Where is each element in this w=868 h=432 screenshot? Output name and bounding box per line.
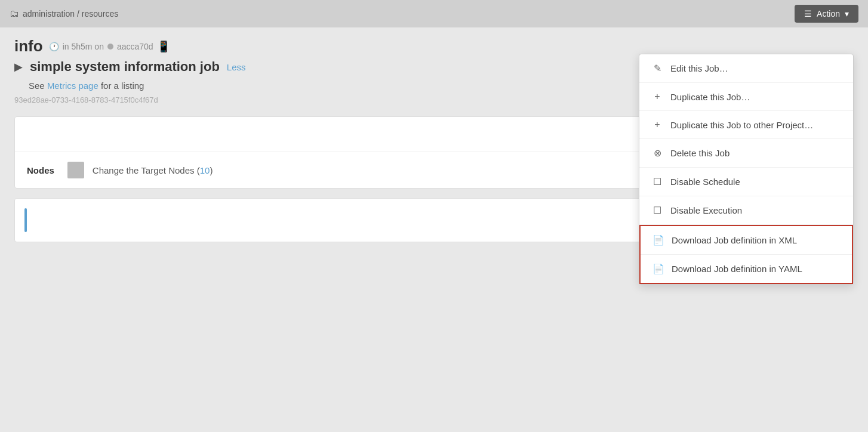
edit-icon: ✎: [651, 63, 663, 74]
main-content: info 🕐 in 5h5m on aacca70d 📱 ▶ simple sy…: [0, 27, 868, 252]
menu-item-delete-job[interactable]: ⊗ Delete this Job: [639, 139, 853, 168]
plus-icon-2: +: [651, 119, 663, 130]
info-meta: 🕐 in 5h5m on aacca70d 📱: [49, 40, 170, 53]
delete-job-label: Delete this Job: [670, 148, 730, 158]
breadcrumb: 🗂 administration / resources: [10, 8, 118, 19]
download-xml-label: Download Job definition in XML: [672, 235, 797, 245]
breadcrumb-text: administration / resources: [23, 9, 118, 18]
menu-item-download-yaml[interactable]: 📄 Download Job definition in YAML: [641, 255, 852, 283]
description-prefix: See: [29, 81, 45, 91]
mobile-icon: 📱: [157, 40, 170, 53]
menu-item-duplicate-other[interactable]: + Duplicate this Job to other Project…: [639, 111, 853, 139]
node-id: aacca70d: [117, 42, 153, 51]
change-nodes-text: Change the Target Nodes (10): [93, 165, 213, 175]
nodes-label: Nodes: [27, 165, 54, 175]
clock-icon: 🕐: [49, 42, 59, 51]
xml-file-icon: 📄: [652, 234, 664, 246]
change-nodes-prefix: Change the Target Nodes (: [93, 165, 200, 175]
menu-item-disable-execution[interactable]: ☐ Disable Execution: [639, 196, 853, 225]
plus-icon-1: +: [651, 91, 663, 102]
duplicate-job-label: Duplicate this Job…: [670, 92, 750, 102]
node-square-icon: [67, 162, 84, 178]
job-title: simple system information job: [30, 59, 220, 75]
red-bordered-group: 📄 Download Job definition in XML 📄 Downl…: [639, 225, 853, 284]
status-dot: [107, 44, 113, 50]
less-link[interactable]: Less: [227, 62, 246, 72]
menu-item-download-xml[interactable]: 📄 Download Job definition in XML: [641, 226, 852, 255]
dropdown-menu: ✎ Edit this Job… + Duplicate this Job… +…: [639, 54, 854, 285]
execution-icon: ☐: [651, 205, 663, 216]
list-icon: ☰: [804, 9, 812, 18]
duplicate-other-label: Duplicate this Job to other Project…: [670, 120, 813, 130]
action-button-label: Action: [817, 9, 840, 18]
download-yaml-label: Download Job definition in YAML: [672, 264, 802, 274]
disable-execution-label: Disable Execution: [670, 205, 742, 215]
nodes-count[interactable]: 10: [200, 165, 210, 175]
description-suffix: for a listing: [101, 81, 144, 91]
header-bar: 🗂 administration / resources ☰ Action ▾: [0, 0, 868, 27]
chevron-down-icon: ▾: [845, 9, 849, 18]
info-header-row: info 🕐 in 5h5m on aacca70d 📱: [14, 37, 854, 55]
info-title: info: [14, 37, 43, 55]
delete-icon: ⊗: [651, 147, 663, 159]
folder-icon: 🗂: [10, 8, 19, 19]
schedule-icon: ☐: [651, 176, 663, 187]
triangle-icon: ▶: [14, 60, 23, 73]
action-button[interactable]: ☰ Action ▾: [795, 5, 858, 23]
edit-job-label: Edit this Job…: [670, 63, 728, 73]
menu-item-disable-schedule[interactable]: ☐ Disable Schedule: [639, 168, 853, 196]
disable-schedule-label: Disable Schedule: [670, 177, 740, 187]
metrics-page-link[interactable]: Metrics page: [47, 81, 99, 91]
change-nodes-suffix: ): [210, 165, 213, 175]
menu-item-edit-job[interactable]: ✎ Edit this Job…: [639, 54, 853, 83]
menu-item-duplicate-job[interactable]: + Duplicate this Job…: [639, 83, 853, 111]
meta-time-text: in 5h5m on: [63, 42, 104, 51]
blue-bar: [24, 208, 27, 232]
yaml-file-icon: 📄: [652, 263, 664, 274]
